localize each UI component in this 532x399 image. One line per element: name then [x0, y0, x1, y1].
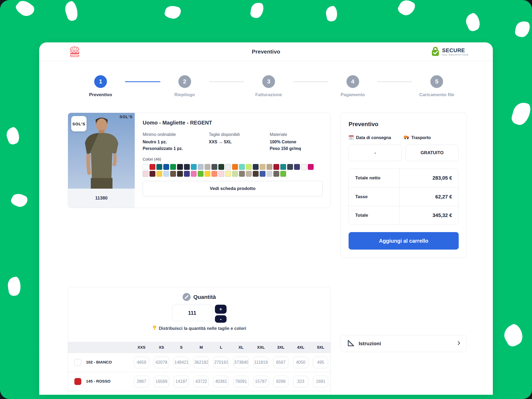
quantity-cell	[311, 357, 331, 368]
view-product-button[interactable]: Vedi scheda prodotto	[143, 181, 323, 196]
size-quantity-input[interactable]	[313, 376, 328, 387]
quantity-cell	[251, 376, 271, 387]
color-swatch[interactable]	[177, 171, 183, 177]
color-swatch[interactable]	[232, 164, 238, 170]
color-swatch[interactable]	[301, 164, 307, 170]
color-swatch[interactable]	[273, 171, 279, 177]
color-swatch[interactable]	[205, 171, 210, 177]
color-swatch[interactable]	[287, 164, 293, 170]
page-title: Preventivo	[39, 42, 493, 61]
size-quantity-input[interactable]	[154, 357, 169, 368]
color-swatch[interactable]	[280, 171, 286, 177]
brand-badge: SOL'S	[71, 116, 87, 131]
size-quantity-input[interactable]	[154, 376, 169, 387]
color-swatch[interactable]	[143, 164, 148, 170]
color-swatch[interactable]	[191, 164, 197, 170]
add-to-cart-button[interactable]: Aggiungi al carrello	[349, 232, 459, 250]
color-swatch[interactable]	[211, 171, 217, 177]
lock-icon	[431, 46, 440, 57]
color-swatch[interactable]	[163, 171, 169, 177]
stepper-connector	[293, 81, 328, 82]
color-swatch[interactable]	[198, 164, 204, 170]
color-swatch[interactable]	[267, 171, 272, 177]
quantity-label: Quantità	[193, 294, 216, 300]
quantity-increment-button[interactable]: +	[215, 305, 227, 314]
color-swatch[interactable]	[191, 171, 197, 177]
stepper-step-riepilogo[interactable]: 2Riepilogo	[168, 75, 202, 97]
quantity-cell	[211, 376, 231, 387]
quantity-cell	[271, 376, 291, 387]
color-swatch[interactable]	[143, 171, 148, 177]
size-quantity-input[interactable]	[213, 357, 229, 368]
size-quantity-input[interactable]	[193, 357, 209, 368]
color-swatch[interactable]	[225, 164, 231, 170]
size-quantity-input[interactable]	[193, 376, 209, 387]
color-swatch[interactable]	[225, 171, 231, 177]
color-swatch[interactable]	[294, 164, 300, 170]
color-swatch[interactable]	[170, 164, 176, 170]
size-quantity-input[interactable]	[233, 376, 249, 387]
color-swatch[interactable]	[211, 164, 217, 170]
color-swatch[interactable]	[184, 171, 190, 177]
size-column-header: S	[171, 345, 191, 349]
distribute-hint-text: Distribuisci la quantità nelle taglie e …	[159, 326, 246, 331]
color-swatch[interactable]	[156, 171, 162, 177]
size-quantity-input[interactable]	[213, 376, 229, 387]
stepper-step-caricamento-file[interactable]: 5Caricamento file	[420, 75, 454, 97]
color-swatch[interactable]	[260, 171, 265, 177]
instructions-row[interactable]: Istruzioni	[340, 335, 467, 352]
size-quantity-input[interactable]	[273, 357, 288, 368]
color-swatch[interactable]	[239, 171, 245, 177]
color-swatch[interactable]	[150, 171, 155, 177]
pencil-icon	[183, 293, 191, 301]
quantity-cell	[311, 376, 331, 387]
app-header: Preventivo SECURE SSL ENCRYPTION	[39, 42, 493, 61]
size-quantity-input[interactable]	[293, 357, 308, 368]
color-swatch[interactable]	[205, 164, 210, 170]
size-quantity-input[interactable]	[174, 357, 189, 368]
color-swatch[interactable]	[177, 164, 183, 170]
color-swatch[interactable]	[232, 171, 238, 177]
color-swatch[interactable]	[253, 171, 259, 177]
row-color-code: 145 - ROSSO	[86, 378, 111, 384]
color-swatch[interactable]	[280, 164, 286, 170]
stepper-step-preventivo[interactable]: 1Preventivo	[84, 75, 118, 97]
quantity-cell	[211, 357, 231, 368]
color-swatch[interactable]	[239, 164, 245, 170]
color-swatch[interactable]	[273, 164, 279, 170]
color-swatch[interactable]	[156, 164, 162, 170]
secure-text: SECURE	[442, 48, 468, 53]
size-quantity-input[interactable]	[174, 376, 189, 387]
color-swatch[interactable]	[184, 164, 190, 170]
quantity-decrement-button[interactable]: -	[215, 315, 227, 323]
delivery-date-value[interactable]: -	[349, 145, 402, 161]
size-quantity-input[interactable]	[253, 376, 269, 387]
color-swatch[interactable]	[246, 164, 252, 170]
color-swatch[interactable]	[260, 164, 265, 170]
colors-count-label: Colori (46)	[143, 157, 323, 161]
size-column-header: XS	[151, 345, 171, 349]
size-quantity-input[interactable]	[253, 357, 269, 368]
stepper-step-pagamento[interactable]: 4Pagamento	[336, 75, 370, 97]
color-swatch[interactable]	[246, 171, 252, 177]
color-swatch[interactable]	[253, 164, 259, 170]
quantity-input[interactable]	[172, 305, 212, 321]
color-swatch[interactable]	[218, 164, 224, 170]
color-swatch[interactable]	[198, 171, 204, 177]
color-swatch[interactable]	[170, 171, 176, 177]
color-swatch[interactable]	[163, 164, 169, 170]
color-swatch[interactable]	[150, 164, 155, 170]
decor-blob	[325, 5, 339, 22]
size-quantity-input[interactable]	[134, 357, 149, 368]
size-quantity-input[interactable]	[134, 376, 149, 387]
size-quantity-input[interactable]	[233, 357, 249, 368]
brand-watermark: SOL'S	[120, 114, 133, 119]
color-swatch[interactable]	[218, 171, 224, 177]
distribute-hint: Distribuisci la quantità nelle taglie e …	[68, 325, 331, 331]
size-quantity-input[interactable]	[273, 376, 288, 387]
stepper-step-fatturazione[interactable]: 3Fatturazione	[252, 75, 286, 97]
color-swatch[interactable]	[308, 164, 314, 170]
size-quantity-input[interactable]	[313, 357, 328, 368]
color-swatch[interactable]	[267, 164, 272, 170]
size-quantity-input[interactable]	[293, 376, 308, 387]
